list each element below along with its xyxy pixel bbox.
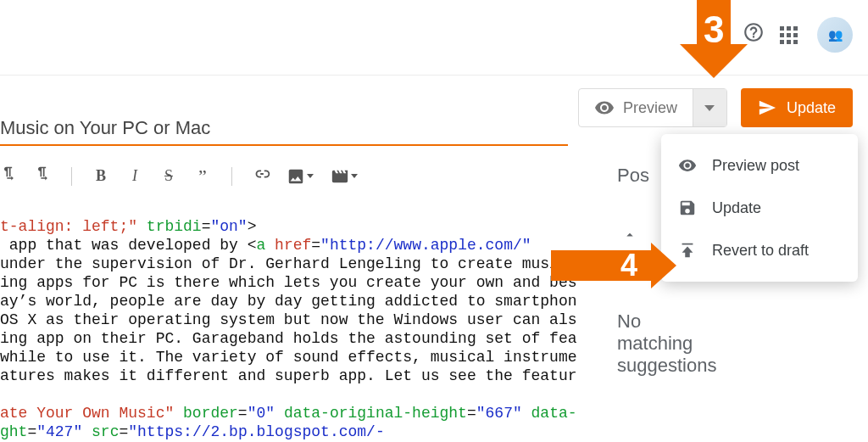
annotation-step-4: 4 (551, 243, 687, 288)
code-text: = (467, 405, 476, 422)
annotation-number: 4 (620, 248, 637, 283)
code-text: ght (0, 423, 27, 440)
suggestions-panel: Pos No matching suggestions (617, 165, 649, 221)
preview-label: Preview (623, 99, 677, 117)
code-text: atures makes it different and superb app… (0, 367, 576, 384)
menu-item-label: Update (712, 199, 761, 217)
code-text: = (311, 237, 320, 254)
code-text: "0" (248, 405, 275, 422)
blockquote-button[interactable]: ” (194, 165, 211, 187)
update-label: Update (787, 99, 836, 117)
code-text: border (174, 405, 238, 422)
italic-button[interactable]: I (126, 167, 143, 185)
bold-button[interactable]: B (92, 167, 109, 185)
no-suggestions-text: No matching suggestions (617, 311, 716, 377)
save-icon (678, 199, 697, 217)
code-text: > (248, 218, 257, 235)
code-text: = (202, 218, 211, 235)
post-title-input[interactable]: Music on Your PC or Mac (0, 117, 568, 146)
eye-icon (594, 98, 615, 118)
update-button[interactable]: Update (741, 88, 853, 127)
code-text: < (248, 237, 257, 254)
ltr-format-icon[interactable] (0, 165, 17, 187)
code-text: "https://2.bp.blogspot.com/- (128, 423, 384, 440)
menu-item-label: Revert to draft (712, 242, 809, 260)
code-text: data- (522, 405, 576, 422)
code-text: OS X as their operating system but now t… (0, 311, 576, 328)
insert-image-button[interactable] (287, 167, 314, 186)
annotation-step-3: 3 (680, 0, 748, 81)
chevron-down-icon (351, 174, 358, 178)
code-text: = (27, 423, 36, 440)
code-text: "427" (36, 423, 82, 440)
insert-link-button[interactable] (253, 165, 270, 187)
account-avatar[interactable]: 👥 (817, 17, 853, 53)
insert-video-button[interactable] (331, 167, 358, 186)
code-text: app that was developed by (0, 237, 248, 254)
rtl-format-icon[interactable] (34, 165, 51, 187)
code-text: ate Your Own Music" (0, 405, 174, 422)
chevron-down-icon (704, 105, 715, 111)
chevron-down-icon (307, 174, 314, 178)
preview-dropdown-menu: Preview post Update Revert to draft (661, 134, 858, 282)
preview-button[interactable]: Preview (579, 89, 693, 126)
editor-toolbar: B I S ” (0, 165, 358, 187)
code-text: "http://www.apple.com/" (320, 237, 531, 254)
code-text: src (82, 423, 119, 440)
code-text: while to use it. The variety of sound ef… (0, 349, 576, 366)
code-text: "667" (476, 405, 522, 422)
menu-preview-post[interactable]: Preview post (661, 144, 858, 187)
code-text: = (119, 423, 128, 440)
code-text: ing app on their PC. Garageband holds th… (0, 330, 576, 347)
code-text: trbidi (137, 218, 202, 235)
code-text: = (238, 405, 248, 422)
html-editor[interactable]: t-align: left;" trbidi="on"> app that wa… (0, 217, 576, 442)
code-text: data-original-height (275, 405, 467, 422)
code-text: href (275, 237, 311, 254)
preview-button-group: Preview (578, 88, 727, 127)
code-text: "on" (210, 218, 247, 235)
strikethrough-button[interactable]: S (160, 167, 177, 185)
preview-dropdown-toggle[interactable] (693, 89, 726, 126)
eye-icon (678, 156, 697, 175)
code-text: ing apps for PC is there which lets you … (0, 274, 576, 291)
menu-update[interactable]: Update (661, 187, 858, 229)
code-text: ay’s world, people are day by day gettin… (0, 293, 576, 310)
menu-item-label: Preview post (712, 157, 799, 175)
code-text: a (256, 237, 275, 254)
send-icon (758, 98, 776, 117)
panel-heading-fragment: Pos (617, 165, 649, 187)
code-text: t-align: left;" (0, 218, 137, 235)
menu-revert-to-draft[interactable]: Revert to draft (661, 229, 858, 271)
apps-grid-icon[interactable] (776, 23, 800, 47)
annotation-number: 3 (704, 8, 724, 51)
code-text: under the supervision of Dr. Gerhard Len… (0, 255, 576, 272)
